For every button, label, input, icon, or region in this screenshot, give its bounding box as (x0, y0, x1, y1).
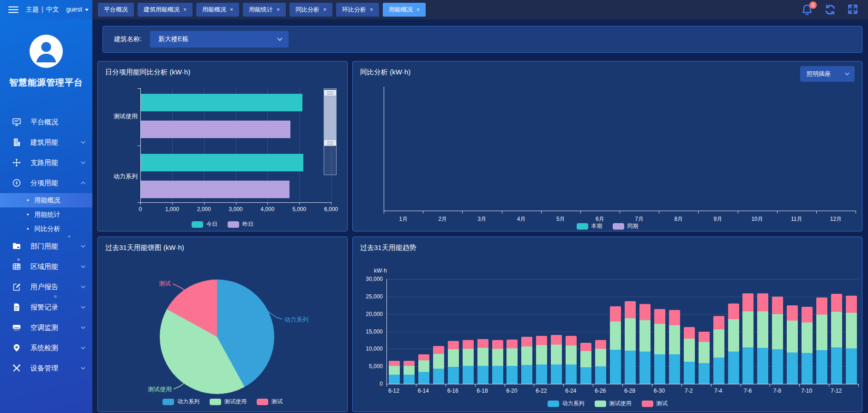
bar-column-6-29 (638, 279, 652, 384)
sidebar-item-分项用能[interactable]: 分项用能 (0, 173, 92, 193)
bar-column-6-19 (490, 279, 505, 384)
tab-close-icon[interactable]: × (370, 6, 373, 13)
tab-用能概况[interactable]: 用能概况× (196, 3, 239, 17)
fullscreen-icon[interactable] (847, 3, 860, 16)
tab-用能统计[interactable]: 用能统计× (243, 3, 286, 17)
sidebar-item-报警记录[interactable]: 报警记录 (0, 297, 92, 317)
bar-segment-测试使用 (506, 348, 518, 366)
bar-stack (802, 307, 813, 384)
legend-item-本期[interactable]: 本期 (577, 222, 603, 230)
tab-close-icon[interactable]: × (183, 6, 187, 13)
pie-label-power: 动力系列 (284, 316, 308, 323)
y-axis-tick-label: 20,000 (353, 311, 383, 317)
x-axis-tick (711, 384, 711, 387)
bar-column-6-16 (446, 279, 461, 384)
sidebar: 智慧能源管理平台 平台概况建筑用能支路用能分项用能•用能概况•用能统计•同比分析… (0, 19, 92, 413)
data-zoom-handle[interactable] (324, 140, 337, 146)
bar-segment-动力系列 (654, 354, 665, 384)
building-select-dropdown[interactable]: 新大楼E栋 (150, 31, 289, 48)
language-link[interactable]: 中文 (46, 6, 59, 13)
panel-pie-title: 过去31天用能饼图 (kW·h) (105, 243, 184, 252)
tab-建筑用能概况[interactable]: 建筑用能概况× (138, 3, 193, 17)
monitor-icon (12, 117, 21, 127)
theme-link[interactable]: 主题 (26, 6, 39, 13)
legend-item-测试[interactable]: 测试 (642, 400, 668, 407)
notification-bell-icon[interactable]: 0 (801, 3, 814, 16)
sidebar-item-用户报告[interactable]: 用户报告 (0, 277, 92, 297)
bar-segment-动力系列 (418, 372, 429, 384)
legend-item-今日[interactable]: 今日 (192, 220, 217, 228)
legend-item-同期[interactable]: 同期 (613, 222, 639, 230)
sidebar-subitem-同比分析[interactable]: •同比分析 (0, 222, 92, 236)
sidebar-item-平台概况[interactable]: 平台概况 (0, 112, 92, 132)
tab-平台概况[interactable]: 平台概况 (98, 3, 134, 17)
x-axis-line (140, 202, 332, 203)
bar-segment-测试使用 (418, 360, 429, 372)
bar-segment-动力系列 (551, 364, 562, 384)
tab-close-icon[interactable]: × (230, 6, 233, 13)
legend-item-动力系列[interactable]: 动力系列 (163, 398, 199, 406)
bar-segment-测试 (477, 339, 488, 348)
x-axis-tick-label: 3,000 (229, 206, 242, 213)
tab-环比分析[interactable]: 环比分析× (336, 3, 379, 17)
x-axis-tick-label: 7-12 (831, 388, 842, 394)
legend-item-测试使用[interactable]: 测试使用 (595, 400, 632, 407)
category-label: 测试使用 (102, 112, 138, 121)
x-axis-tick-label: 7-6 (744, 388, 752, 394)
sidebar-item-建筑用能[interactable]: 建筑用能 (0, 132, 92, 152)
bar-column-7-2 (682, 279, 697, 384)
legend-item-动力系列[interactable]: 动力系列 (548, 400, 585, 407)
bars-area (387, 279, 859, 384)
sidebar-item-部门用能[interactable]: 部门用能 (0, 236, 92, 256)
tab-同比分析[interactable]: 同比分析× (289, 3, 332, 17)
bar-stack (846, 296, 857, 384)
legend-item-昨日[interactable]: 昨日 (228, 220, 253, 228)
bar-column-6-13 (402, 279, 416, 384)
sidebar-item-空调监测[interactable]: 空调监测 (0, 317, 92, 338)
x-axis-tick-label: 6-20 (506, 388, 517, 394)
x-axis-tick-label: 7-8 (773, 388, 781, 394)
bar-segment-测试 (506, 340, 518, 348)
x-axis-tick-label: 7-10 (801, 388, 812, 394)
data-zoom-slider[interactable] (324, 88, 337, 175)
bar-segment-测试使用 (404, 366, 415, 375)
legend-swatch (228, 221, 239, 228)
panel-daily-title: 日分项用能同比分析 (kW·h) (105, 68, 190, 77)
x-axis-tick (446, 384, 446, 387)
x-axis-tick-label: 6-28 (624, 388, 635, 394)
bullet-icon: • (27, 211, 29, 218)
chevron-down-icon (80, 243, 86, 250)
sidebar-subitem-用能统计[interactable]: •用能统计 (0, 207, 92, 222)
sidebar-item-支路用能[interactable]: 支路用能 (0, 152, 92, 173)
bar-column-7-6 (741, 279, 756, 384)
legend-swatch (257, 399, 268, 405)
chevron-down-icon (277, 36, 283, 43)
divider: | (42, 6, 43, 13)
tab-label: 平台概况 (104, 6, 128, 14)
refresh-icon[interactable] (824, 3, 837, 16)
legend-item-测试使用[interactable]: 测试使用 (210, 398, 247, 406)
bar-segment-动力系列 (506, 366, 518, 384)
bar-segment-测试使用 (566, 346, 577, 365)
bar-segment-动力系列 (536, 364, 547, 384)
tab-close-icon[interactable]: × (416, 6, 420, 13)
bar-column-6-26 (593, 279, 608, 384)
sidebar-item-设备管理[interactable]: 设备管理 (0, 358, 92, 378)
data-zoom-selection[interactable] (324, 90, 336, 146)
tab-用能概况[interactable]: 用能概况× (383, 3, 426, 17)
bar-segment-测试 (654, 309, 665, 324)
sidebar-item-系统检测[interactable]: 系统检测 (0, 338, 92, 358)
tab-close-icon[interactable]: × (323, 6, 326, 13)
sidebar-subitem-用能概况[interactable]: •用能概况 (0, 193, 92, 207)
legend-swatch (613, 223, 624, 230)
sidebar-item-区域用能[interactable]: 区域用能 (0, 256, 92, 277)
hamburger-menu-icon[interactable] (8, 6, 18, 13)
data-zoom-handle[interactable] (324, 90, 337, 96)
legend-item-测试[interactable]: 测试 (257, 398, 283, 406)
chevron-up-icon (80, 179, 86, 187)
category-select-dropdown[interactable]: 照明插座 (800, 66, 855, 82)
y-axis-tick-label: 10,000 (353, 346, 383, 352)
platform-title: 智慧能源管理平台 (0, 77, 92, 89)
tab-close-icon[interactable]: × (277, 6, 280, 13)
user-menu[interactable]: guest (66, 6, 89, 13)
